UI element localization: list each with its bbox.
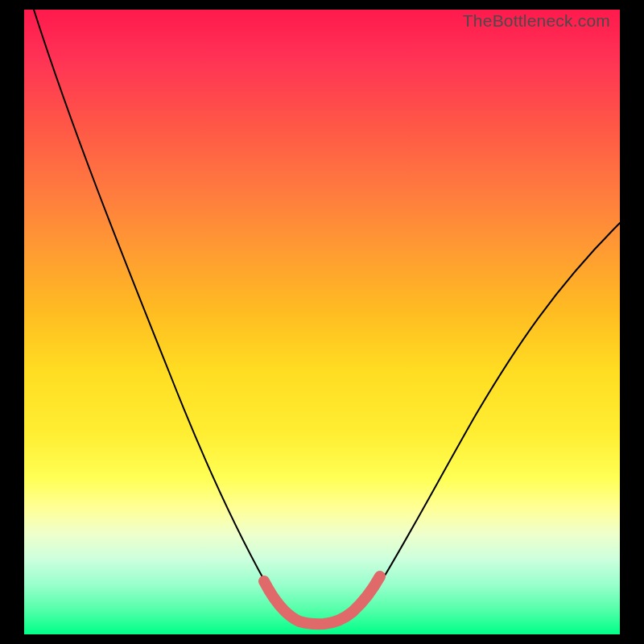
- chart-gradient-backdrop: [24, 10, 620, 634]
- optimal-range-highlight: [264, 576, 380, 624]
- watermark-text: TheBottleneck.com: [463, 11, 610, 31]
- bottleneck-curve: [34, 10, 620, 623]
- bottleneck-curve-svg: [24, 10, 620, 634]
